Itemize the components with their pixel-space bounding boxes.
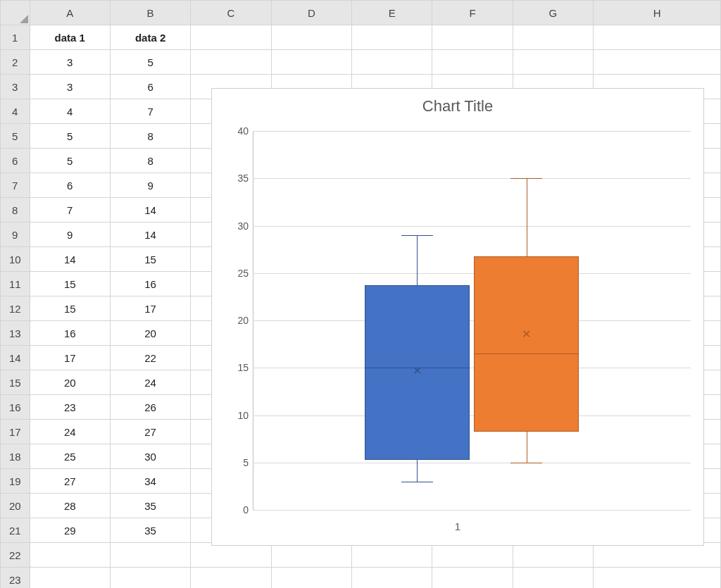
cell[interactable] bbox=[513, 568, 593, 589]
chart-object[interactable]: Chart Title 0510152025303540 ✕✕ 1 bbox=[211, 88, 704, 546]
cell[interactable]: 29 bbox=[30, 518, 110, 543]
cell[interactable] bbox=[432, 543, 513, 568]
cell[interactable]: 25 bbox=[30, 444, 110, 469]
cell[interactable] bbox=[271, 25, 351, 50]
column-header[interactable]: B bbox=[110, 1, 190, 25]
cell[interactable]: 23 bbox=[30, 395, 110, 420]
box-plot-series[interactable]: ✕ bbox=[365, 131, 470, 510]
cell[interactable]: 35 bbox=[110, 518, 190, 543]
cell[interactable] bbox=[513, 543, 593, 568]
cell[interactable] bbox=[110, 543, 190, 568]
cell[interactable] bbox=[352, 568, 432, 589]
cell[interactable] bbox=[271, 50, 351, 75]
row-header[interactable]: 4 bbox=[1, 99, 30, 124]
row-header[interactable]: 14 bbox=[1, 346, 30, 370]
cell[interactable] bbox=[352, 25, 432, 50]
row-header[interactable]: 3 bbox=[1, 75, 30, 99]
cell[interactable]: 6 bbox=[30, 173, 110, 198]
row-header[interactable]: 7 bbox=[1, 173, 30, 198]
row-header[interactable]: 21 bbox=[1, 518, 30, 543]
cell[interactable]: 17 bbox=[110, 296, 190, 321]
row-header[interactable]: 17 bbox=[1, 420, 30, 444]
cell[interactable]: 7 bbox=[110, 99, 190, 124]
cell[interactable]: data 2 bbox=[110, 25, 190, 50]
cell[interactable]: 20 bbox=[110, 321, 190, 346]
row-header[interactable]: 18 bbox=[1, 444, 30, 469]
chart-title[interactable]: Chart Title bbox=[212, 97, 703, 115]
column-header[interactable]: A bbox=[30, 1, 110, 25]
column-header[interactable]: C bbox=[191, 1, 271, 25]
row-header[interactable]: 8 bbox=[1, 198, 30, 223]
cell[interactable]: 24 bbox=[110, 370, 190, 395]
cell[interactable] bbox=[432, 568, 513, 589]
cell[interactable]: 5 bbox=[30, 124, 110, 149]
row-header[interactable]: 1 bbox=[1, 25, 30, 50]
column-header[interactable]: G bbox=[513, 1, 593, 25]
cell[interactable] bbox=[191, 50, 271, 75]
cell[interactable]: 15 bbox=[30, 296, 110, 321]
spreadsheet[interactable]: ABCDEFGH1data 1data 22353364475586587698… bbox=[0, 0, 721, 588]
cell[interactable] bbox=[271, 568, 351, 589]
cell[interactable]: 4 bbox=[30, 99, 110, 124]
row-header[interactable]: 19 bbox=[1, 469, 30, 494]
row-header[interactable]: 11 bbox=[1, 272, 30, 296]
cell[interactable]: 15 bbox=[110, 247, 190, 272]
cell[interactable]: 14 bbox=[30, 247, 110, 272]
cell[interactable] bbox=[594, 568, 721, 589]
column-header[interactable]: E bbox=[352, 1, 432, 25]
row-header[interactable]: 15 bbox=[1, 370, 30, 395]
cell[interactable]: 16 bbox=[30, 321, 110, 346]
column-header[interactable]: D bbox=[271, 1, 351, 25]
cell[interactable] bbox=[594, 50, 721, 75]
cell[interactable]: 20 bbox=[30, 370, 110, 395]
cell[interactable]: 28 bbox=[30, 494, 110, 518]
row-header[interactable]: 2 bbox=[1, 50, 30, 75]
cell[interactable]: 6 bbox=[110, 75, 190, 99]
cell[interactable] bbox=[191, 543, 271, 568]
cell[interactable]: 16 bbox=[110, 272, 190, 296]
cell[interactable]: 5 bbox=[30, 149, 110, 173]
cell[interactable]: 14 bbox=[110, 198, 190, 223]
select-all-corner[interactable] bbox=[1, 1, 30, 25]
cell[interactable]: 3 bbox=[30, 50, 110, 75]
cell[interactable]: 5 bbox=[110, 50, 190, 75]
row-header[interactable]: 10 bbox=[1, 247, 30, 272]
cell[interactable]: 9 bbox=[110, 173, 190, 198]
cell[interactable]: 35 bbox=[110, 494, 190, 518]
cell[interactable]: 8 bbox=[110, 124, 190, 149]
row-header[interactable]: 12 bbox=[1, 296, 30, 321]
row-header[interactable]: 9 bbox=[1, 223, 30, 247]
cell[interactable] bbox=[432, 50, 513, 75]
cell[interactable]: 9 bbox=[30, 223, 110, 247]
cell[interactable] bbox=[513, 25, 593, 50]
column-header[interactable]: H bbox=[594, 1, 721, 25]
cell[interactable]: 24 bbox=[30, 420, 110, 444]
cell[interactable]: 27 bbox=[30, 469, 110, 494]
cell[interactable]: 14 bbox=[110, 223, 190, 247]
cell[interactable] bbox=[30, 543, 110, 568]
cell[interactable]: 30 bbox=[110, 444, 190, 469]
column-header[interactable]: F bbox=[432, 1, 513, 25]
cell[interactable] bbox=[352, 543, 432, 568]
cell[interactable]: 7 bbox=[30, 198, 110, 223]
cell[interactable] bbox=[513, 50, 593, 75]
row-header[interactable]: 22 bbox=[1, 543, 30, 568]
row-header[interactable]: 23 bbox=[1, 568, 30, 589]
row-header[interactable]: 16 bbox=[1, 395, 30, 420]
cell[interactable]: 17 bbox=[30, 346, 110, 370]
row-header[interactable]: 20 bbox=[1, 494, 30, 518]
cell[interactable]: 3 bbox=[30, 75, 110, 99]
cell[interactable] bbox=[30, 568, 110, 589]
row-header[interactable]: 5 bbox=[1, 124, 30, 149]
cell[interactable]: 27 bbox=[110, 420, 190, 444]
cell[interactable] bbox=[352, 50, 432, 75]
row-header[interactable]: 6 bbox=[1, 149, 30, 173]
cell[interactable] bbox=[271, 543, 351, 568]
cell[interactable] bbox=[110, 568, 190, 589]
row-header[interactable]: 13 bbox=[1, 321, 30, 346]
cell[interactable]: 34 bbox=[110, 469, 190, 494]
cell[interactable] bbox=[191, 568, 271, 589]
cell[interactable] bbox=[594, 543, 721, 568]
cell[interactable] bbox=[191, 25, 271, 50]
cell[interactable]: 15 bbox=[30, 272, 110, 296]
